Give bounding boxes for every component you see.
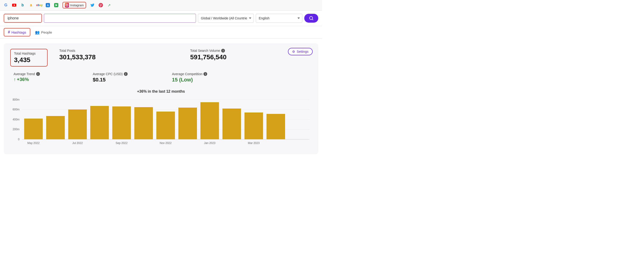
- search-middle-spacer: [44, 14, 196, 23]
- google-icon: G: [4, 3, 8, 7]
- search-input-wrapper: [4, 14, 42, 23]
- youtube-icon: [12, 3, 16, 7]
- amazon-icon: a: [29, 3, 33, 7]
- svg-text:Mar 2023: Mar 2023: [248, 142, 260, 145]
- svg-text:600m: 600m: [12, 108, 20, 111]
- stats-card: ⚙ Settings Total Hashtags 3,435 Total Po…: [4, 43, 318, 154]
- svg-text:400m: 400m: [12, 118, 20, 121]
- competition-info-icon: i: [204, 72, 207, 76]
- average-competition-block: Average Competition i 15 (Low): [163, 72, 242, 83]
- search-volume-info-icon: i: [221, 49, 225, 52]
- twitter-icon: [90, 3, 94, 7]
- bar-jul-2022: [68, 110, 87, 139]
- average-cpc-value: $0.15: [93, 77, 163, 83]
- total-posts-label: Total Posts: [59, 49, 181, 52]
- settings-button[interactable]: ⚙ Settings: [288, 48, 313, 55]
- average-competition-label: Average Competition i: [172, 72, 242, 76]
- bar-chart: 800m 600m 400m 200m 0: [10, 97, 312, 149]
- bookmark-play[interactable]: [54, 3, 58, 7]
- language-select[interactable]: English Spanish French: [256, 14, 302, 23]
- bar-mar-2023: [244, 112, 263, 139]
- average-competition-value: 15 (Low): [172, 77, 242, 83]
- average-cpc-label: Average CPC (USD) i: [93, 72, 163, 76]
- trend-info-icon: i: [36, 72, 40, 76]
- ebay-icon: ebay: [37, 3, 42, 7]
- tab-hashtags-label: Hashtags: [12, 30, 26, 34]
- svg-point-7: [66, 5, 68, 6]
- bar-aug-2022: [90, 106, 109, 139]
- average-trend-block: Average Trend i ↑ +36%: [10, 72, 84, 82]
- average-cpc-block: Average CPC (USD) i $0.15: [84, 72, 163, 83]
- average-trend-value: ↑ +36%: [14, 77, 84, 82]
- bookmark-pinterest[interactable]: [99, 3, 103, 7]
- hashtag-symbol: #: [8, 30, 10, 34]
- svg-text:Jan 2023: Jan 2023: [204, 142, 215, 145]
- country-select[interactable]: Global / Worldwide (All Countries) Unite…: [198, 14, 254, 23]
- total-hashtags-label: Total Hashtags: [14, 52, 44, 55]
- settings-gear-icon: ⚙: [292, 50, 295, 54]
- bookmark-trend[interactable]: ↗: [107, 3, 111, 7]
- total-posts-value: 301,533,378: [59, 54, 181, 61]
- total-hashtags-block: Total Hashtags 3,435: [10, 49, 48, 66]
- tab-people[interactable]: 👥 People: [31, 28, 56, 36]
- bar-oct-2022: [134, 107, 153, 139]
- svg-text:A: A: [47, 4, 49, 7]
- total-hashtags-value: 3,435: [14, 56, 44, 64]
- bar-nov-2022: [156, 112, 175, 139]
- trend-row: Average Trend i ↑ +36% Average CPC (USD)…: [10, 72, 312, 83]
- bar-sep-2022: [112, 106, 131, 139]
- bookmark-appstore[interactable]: A: [46, 3, 50, 7]
- main-content: ⚙ Settings Total Hashtags 3,435 Total Po…: [0, 38, 322, 159]
- svg-point-8: [68, 4, 68, 5]
- appstore-icon: A: [46, 3, 50, 7]
- settings-label: Settings: [296, 50, 308, 54]
- svg-text:May 2022: May 2022: [27, 142, 40, 145]
- svg-rect-6: [66, 4, 68, 6]
- search-button[interactable]: [304, 14, 318, 23]
- people-icon: 👥: [35, 30, 40, 34]
- bar-may-2022: [24, 118, 43, 139]
- bar-jan-2023: [200, 102, 219, 139]
- bookmark-bing[interactable]: b: [20, 3, 25, 7]
- bookmark-twitter[interactable]: [90, 3, 94, 7]
- bookmark-google[interactable]: G: [4, 3, 8, 7]
- tab-people-label: People: [41, 30, 52, 34]
- cpc-info-icon: i: [124, 72, 128, 76]
- stats-top-row: Total Hashtags 3,435 Total Posts 301,533…: [10, 49, 312, 66]
- bookmark-instagram[interactable]: Instagram: [62, 2, 86, 8]
- trend-arrow-icon: ↑: [14, 77, 16, 82]
- search-input[interactable]: [4, 14, 42, 22]
- svg-text:0: 0: [18, 138, 20, 141]
- svg-text:Jul 2022: Jul 2022: [72, 142, 83, 145]
- bookmarks-bar: G b a ebay A Instagram: [0, 0, 322, 10]
- svg-text:Sep 2022: Sep 2022: [116, 142, 128, 145]
- pinterest-icon: [99, 3, 103, 7]
- chart-container: 800m 600m 400m 200m 0: [10, 97, 312, 149]
- bookmark-youtube[interactable]: [12, 3, 16, 7]
- bookmark-ebay[interactable]: ebay: [37, 3, 42, 7]
- trend-icon: ↗: [107, 3, 111, 7]
- bar-apr-2023: [266, 114, 285, 139]
- bar-jun-2022: [46, 116, 65, 139]
- bar-feb-2023: [222, 108, 241, 139]
- svg-line-10: [312, 19, 313, 20]
- play-icon: [54, 3, 58, 7]
- total-posts-block: Total Posts 301,533,378: [50, 49, 181, 61]
- chart-title: +36% in the last 12 months: [10, 90, 312, 94]
- chart-section: +36% in the last 12 months 800m 600m 400…: [10, 90, 312, 149]
- svg-text:Nov 2022: Nov 2022: [160, 142, 172, 145]
- tabs-bar: # Hashtags 👥 People: [0, 26, 322, 38]
- search-area: Global / Worldwide (All Countries) Unite…: [0, 10, 322, 26]
- bing-icon: b: [20, 3, 25, 7]
- instagram-icon: [65, 3, 69, 7]
- tab-hashtags[interactable]: # Hashtags: [4, 28, 30, 36]
- instagram-label: Instagram: [70, 4, 84, 7]
- average-trend-label: Average Trend i: [14, 72, 84, 76]
- bar-dec-2022: [178, 108, 197, 139]
- svg-text:800m: 800m: [12, 98, 20, 101]
- bookmark-amazon[interactable]: a: [29, 3, 33, 7]
- svg-text:200m: 200m: [12, 128, 20, 131]
